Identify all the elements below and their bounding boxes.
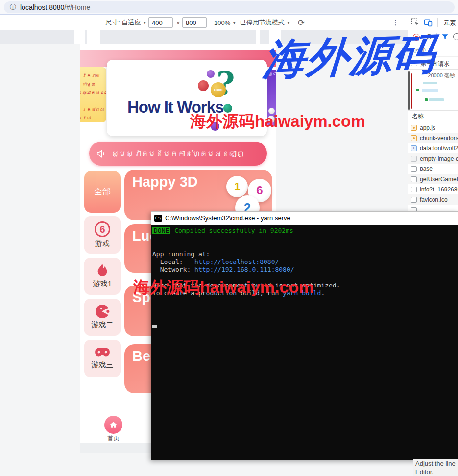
network-overview-timeline[interactable]: 20000 毫秒	[408, 70, 458, 111]
request-row[interactable]: favicon.ico	[408, 194, 458, 205]
home-icon	[109, 420, 118, 429]
terminal-line: - Local: http://localhost:8080/	[152, 258, 279, 266]
how-it-works-banner[interactable]: How It Works ? £300	[107, 60, 267, 136]
ball-1: 1	[226, 176, 248, 197]
terminal-line: To create a production build, run yarn b…	[152, 289, 325, 297]
url-host: localhost:8080	[20, 3, 64, 11]
local-url: http://localhost:8080/	[194, 258, 279, 265]
network-toolbar: ⊘	[408, 30, 458, 44]
gold-ball: £300	[211, 82, 226, 97]
pacman-icon	[95, 304, 110, 319]
six-icon: 6	[95, 221, 110, 237]
announcement-text: សូមស្វាគមន៍មកកាន់ហ្គេមអនឡាញ	[112, 149, 244, 158]
filter-funnel-icon[interactable]	[441, 33, 449, 42]
sidebar-item-all[interactable]: 全部	[84, 171, 121, 213]
url-path: /#/Home	[64, 3, 90, 11]
network-url: http://192.168.0.111:8080/	[194, 266, 294, 273]
speaker-icon	[96, 148, 107, 159]
network-filter-input[interactable]: 过滤	[408, 44, 458, 57]
font-file-icon: T	[411, 145, 417, 151]
viewport-height-input[interactable]	[182, 17, 207, 28]
gamepad-icon	[94, 345, 111, 359]
cmd-title-text: C:\Windows\System32\cmd.exe - yarn serve	[165, 214, 290, 222]
cmd-titlebar[interactable]: C:\ C:\Windows\System32\cmd.exe - yarn s…	[151, 211, 458, 225]
device-toolbar: 尺寸: 自适应▼ × 100%▼ 已停用节流模式▼ ⟳ ⋮	[0, 15, 408, 30]
record-icon[interactable]	[413, 34, 420, 41]
device-toolbar-icon[interactable]	[424, 18, 433, 29]
request-row[interactable]: Tdata:font/woff2	[408, 143, 458, 153]
clear-icon[interactable]: ⊘	[426, 32, 432, 41]
generic-file-icon	[411, 166, 417, 172]
lottery-ball	[207, 70, 215, 78]
info-icon[interactable]: ⓘ	[10, 3, 16, 12]
browser-address-row: ⓘ localhost:8080/#/Home	[0, 0, 458, 15]
viewport-width-input[interactable]	[148, 17, 173, 28]
flame-icon	[95, 262, 110, 278]
devtools-tabbar: 元素	[408, 15, 458, 30]
done-badge: DONE	[152, 227, 170, 234]
request-row[interactable]: base	[408, 164, 458, 174]
lottery-ball	[198, 80, 209, 91]
sidebar-item-game1[interactable]: 游戏1	[84, 258, 121, 295]
terminal-cursor	[152, 325, 157, 328]
inspect-icon[interactable]	[411, 18, 419, 28]
tab-elements[interactable]: 元素	[443, 19, 456, 27]
carousel-slide-left[interactable]: រីករាយជាមួយ ឆ្នោតអនឡាញ គ្រប់ពេលវេលា	[80, 67, 106, 122]
cmd-window: C:\ C:\Windows\System32\cmd.exe - yarn s…	[151, 211, 458, 460]
lottery-ball	[211, 122, 219, 131]
request-row[interactable]: chunk-vendors.j	[408, 133, 458, 143]
times-separator: ×	[176, 15, 180, 30]
request-row[interactable]: info?t=1692680	[408, 184, 458, 194]
banner-title: How It Works	[127, 98, 223, 117]
compiled-text: Compiled successfully in 9202ms	[170, 227, 293, 234]
sidebar-item-game3[interactable]: 游戏三	[84, 340, 121, 377]
search-icon[interactable]	[453, 33, 458, 40]
lottery-ball	[267, 116, 275, 123]
nav-home-label: 首页	[95, 434, 132, 443]
third-party-checkbox-row[interactable]: 第三方请求	[408, 57, 458, 70]
generic-file-icon	[411, 176, 417, 182]
terminal-line: App running at:	[152, 250, 210, 258]
throttle-select[interactable]: 已停用节流模式▼	[240, 15, 290, 30]
sidebar-item-game[interactable]: 6 游戏	[84, 216, 121, 254]
zoom-select[interactable]: 100%▼	[214, 15, 236, 30]
teal-ball	[223, 104, 232, 113]
terminal-line: - Network: http://192.168.0.111:8080/	[152, 266, 294, 274]
third-party-checkbox[interactable]	[411, 60, 417, 66]
screen: ⓘ localhost:8080/#/Home 尺寸: 自适应▼ × 100%▼…	[0, 0, 458, 476]
cmd-terminal: DONE Compiled successfully in 9202ms App…	[151, 225, 458, 460]
image-file-icon	[411, 156, 417, 162]
sidebar-item-game2[interactable]: 游戏二	[84, 299, 121, 336]
generic-file-icon	[411, 197, 417, 203]
generic-file-icon	[411, 187, 417, 192]
device-size-select[interactable]: 尺寸: 自适应▼	[105, 15, 146, 30]
announcement-bar: សូមស្វាគមន៍មកកាន់ហ្គេមអនឡាញ	[89, 142, 267, 166]
carousel-slide-right[interactable]: ញ្ជា	[267, 70, 276, 126]
script-file-icon	[411, 125, 417, 131]
rotate-icon[interactable]: ⟳	[298, 15, 305, 30]
cmd-icon: C:\	[154, 215, 162, 222]
request-row[interactable]: empty-image-d	[408, 153, 458, 164]
settings-tooltip-fragment: Adjust the line Editor.	[413, 459, 458, 476]
request-row[interactable]: app.js	[408, 122, 458, 133]
request-row[interactable]: getUserGameLi	[408, 174, 458, 184]
nav-home-button[interactable]	[104, 416, 122, 434]
yarn-build-text: yarn build	[283, 289, 321, 297]
lottery-ball	[268, 108, 275, 114]
column-header-name[interactable]: 名称	[408, 111, 458, 122]
address-bar[interactable]: ⓘ localhost:8080/#/Home	[4, 1, 455, 13]
rulers-strip	[0, 30, 408, 44]
terminal-line: Note that the development build is not o…	[152, 282, 340, 289]
kebab-menu-icon[interactable]: ⋮	[392, 15, 399, 30]
script-file-icon	[411, 135, 417, 141]
